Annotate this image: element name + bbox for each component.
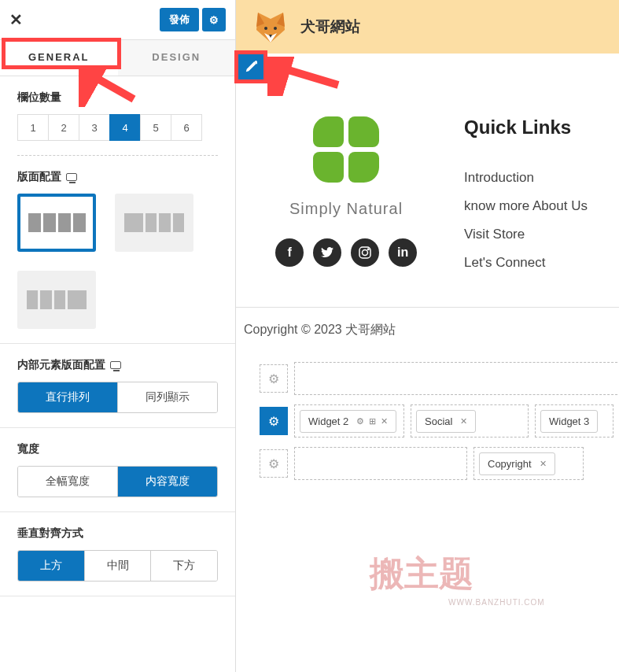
fox-logo (253, 9, 288, 44)
col-1[interactable]: 1 (17, 114, 49, 141)
chip-copyright[interactable]: Copyright✕ (479, 452, 555, 475)
valign-bottom[interactable]: 下方 (150, 551, 217, 581)
col-5[interactable]: 5 (140, 114, 171, 141)
row-settings-bottom[interactable]: ⚙ (260, 449, 288, 478)
publish-button[interactable]: 發佈 (160, 8, 199, 31)
slot-empty[interactable] (294, 362, 619, 395)
col-3[interactable]: 3 (79, 114, 110, 141)
slot-social[interactable]: Social✕ (411, 404, 529, 438)
brand-text: Simply Natural (267, 200, 425, 218)
width-content[interactable]: 内容寬度 (117, 467, 217, 497)
ql-connect[interactable]: Let's Connect (464, 255, 588, 271)
width-full[interactable]: 全幅寬度 (18, 467, 117, 497)
slot-empty-left[interactable] (294, 447, 467, 480)
ql-intro[interactable]: Introduction (464, 170, 588, 186)
close-icon[interactable]: ✕ (9, 10, 23, 29)
close-icon[interactable]: ✕ (540, 459, 547, 469)
slot-copyright[interactable]: Copyright✕ (473, 447, 584, 480)
row-settings-top[interactable]: ⚙ (260, 364, 288, 393)
layout-opt-1[interactable] (17, 194, 96, 252)
ql-store[interactable]: Visit Store (464, 227, 588, 242)
desktop-icon (66, 173, 77, 181)
valign-middle[interactable]: 中間 (84, 551, 151, 581)
copyright-text: Copyright © 2023 犬哥網站 (236, 307, 619, 353)
close-icon[interactable]: ✕ (460, 416, 467, 426)
col-count-options: 1 2 3 4 5 6 (17, 114, 218, 156)
site-header: 犬哥網站 (236, 0, 619, 54)
footer-builder: ⚙ ⚙ Widget 2⚙⊞✕ Social✕ Widget 3 ⚙ Copyr… (236, 353, 619, 480)
preview-pane: 犬哥網站 Simply Natural f in Quick Links Int… (236, 0, 619, 672)
edit-block-button[interactable] (238, 54, 264, 80)
instagram-icon[interactable] (351, 238, 379, 267)
slot-widget2[interactable]: Widget 2⚙⊞✕ (294, 404, 404, 438)
svg-point-12 (363, 250, 368, 256)
arrow-to-general (79, 68, 142, 107)
svg-line-3 (275, 66, 338, 85)
grid-icon[interactable]: ⊞ (369, 416, 376, 426)
width-title: 寬度 (17, 442, 218, 456)
inner-horizontal[interactable]: 同列顯示 (117, 382, 217, 412)
svg-point-13 (368, 249, 370, 250)
chip-widget3[interactable]: Widget 3 (540, 410, 598, 433)
linkedin-icon[interactable]: in (389, 238, 417, 267)
chip-widget2[interactable]: Widget 2⚙⊞✕ (300, 410, 396, 433)
arrow-to-edit (267, 57, 346, 96)
slot-widget3[interactable]: Widget 3 (535, 404, 613, 438)
layout-opt-3[interactable] (17, 271, 96, 329)
ql-about[interactable]: know more About Us (464, 198, 588, 214)
valign-title: 垂直對齊方式 (17, 526, 218, 541)
col-4[interactable]: 4 (109, 114, 141, 141)
gear-icon[interactable]: ⚙ (356, 416, 364, 426)
inner-vertical[interactable]: 直行排列 (18, 382, 117, 412)
settings-button[interactable]: ⚙ (202, 8, 226, 31)
svg-line-1 (87, 72, 134, 99)
layout-title: 版面配置 (17, 170, 218, 184)
layout-opt-2[interactable] (115, 194, 193, 252)
col-6[interactable]: 6 (171, 114, 202, 141)
leaf-logo (313, 116, 379, 183)
desktop-icon (110, 361, 121, 369)
col-2[interactable]: 2 (48, 114, 79, 141)
twitter-icon[interactable] (313, 238, 341, 267)
svg-point-8 (264, 27, 267, 30)
row-settings-main[interactable]: ⚙ (260, 407, 288, 435)
pencil-icon (245, 61, 257, 73)
valign-top[interactable]: 上方 (18, 551, 84, 581)
svg-point-9 (274, 27, 277, 30)
inner-layout-title: 内部元素版面配置 (17, 358, 218, 372)
gear-icon: ⚙ (209, 14, 219, 26)
chip-social[interactable]: Social✕ (416, 410, 476, 433)
facebook-icon[interactable]: f (275, 238, 304, 267)
close-icon[interactable]: ✕ (381, 416, 388, 426)
quick-links-title: Quick Links (464, 116, 588, 138)
site-title: 犬哥網站 (300, 17, 360, 37)
